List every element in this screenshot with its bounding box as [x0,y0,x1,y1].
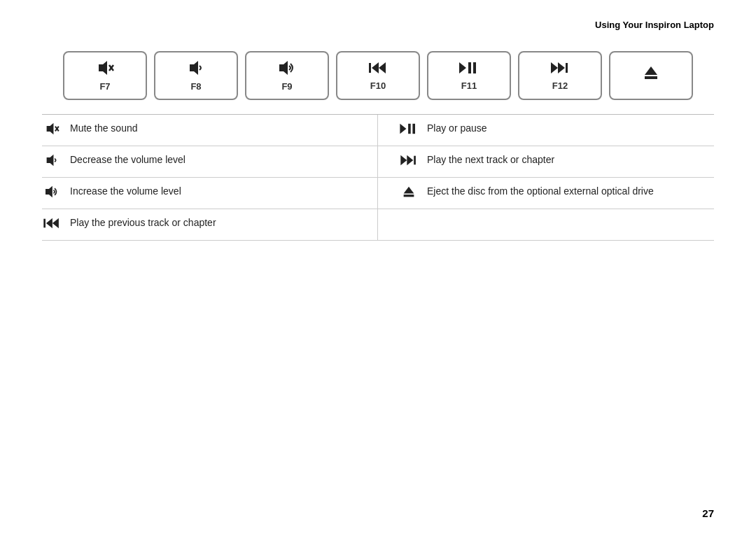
svg-marker-8 [459,62,466,73]
key-f12: F12 [518,51,602,100]
desc-mute-icon [42,122,62,139]
svg-rect-20 [408,124,411,134]
key-f12-label: F12 [552,80,568,91]
svg-marker-0 [99,61,107,75]
key-f7-label: F7 [99,81,110,92]
svg-marker-16 [47,123,54,134]
svg-marker-3 [190,61,198,75]
desc-mute: Mute the sound [42,115,378,146]
play-pause-icon [459,61,479,78]
svg-rect-13 [566,63,568,73]
svg-marker-12 [558,62,565,73]
key-f10-label: F10 [370,80,386,91]
svg-marker-31 [52,218,59,228]
svg-rect-9 [468,62,471,73]
desc-eject-icon [399,185,419,202]
key-f11-label: F11 [461,80,477,91]
svg-marker-6 [372,62,379,73]
page-header: Using Your Inspiron Laptop [0,0,756,37]
svg-marker-19 [400,124,406,134]
key-f8-label: F8 [190,81,201,92]
desc-vol-down-icon [42,154,62,170]
page-number: 27 [702,507,714,519]
desc-next-track: Play the next track or chapter [378,146,714,178]
svg-marker-14 [645,66,657,75]
svg-marker-7 [379,62,386,73]
desc-empty [378,209,714,241]
desc-vol-down: Decrease the volume level [42,146,378,178]
desc-vol-up-icon [42,185,62,202]
desc-vol-up: Increase the volume level [42,178,378,209]
key-f8: F8 [154,51,238,100]
desc-prev-track: Play the previous track or chapter [42,209,378,241]
key-f9-label: F9 [281,81,292,92]
next-track-icon [551,61,569,78]
svg-rect-5 [369,63,371,73]
desc-prev-track-icon [42,217,62,233]
svg-rect-10 [473,62,476,73]
svg-marker-26 [46,186,52,197]
key-f10: F10 [336,51,420,100]
key-f7: F7 [63,51,147,100]
vol-down-icon [187,60,205,78]
header-title: Using Your Inspiron Laptop [595,20,714,30]
svg-rect-25 [414,156,416,165]
desc-play-pause-icon [399,122,419,139]
svg-rect-29 [43,219,46,228]
key-eject [609,51,693,100]
desc-next-track-icon [399,154,419,170]
key-f9: F9 [245,51,329,100]
desc-play-pause-text: Play or pause [427,122,487,136]
eject-icon [643,65,659,83]
svg-marker-23 [400,155,407,165]
mute-icon [96,60,114,78]
svg-marker-24 [407,155,413,165]
svg-marker-4 [279,61,288,75]
svg-rect-21 [412,124,415,134]
desc-vol-up-text: Increase the volume level [70,185,181,199]
vol-up-icon [276,60,298,78]
key-f11: F11 [427,51,511,100]
keys-row: F7 F8 F9 F10 [0,37,756,114]
svg-marker-22 [47,155,54,166]
svg-rect-15 [645,76,657,79]
desc-eject: Eject the disc from the optional externa… [378,178,714,209]
svg-marker-11 [551,62,558,73]
description-table: Mute the sound Play or pause Decrease th… [42,115,714,241]
desc-play-pause: Play or pause [378,115,714,146]
desc-vol-down-text: Decrease the volume level [70,153,186,167]
svg-marker-30 [46,218,52,228]
prev-track-icon [369,61,387,78]
desc-prev-track-text: Play the previous track or chapter [70,216,216,230]
desc-mute-text: Mute the sound [70,122,138,136]
desc-next-track-text: Play the next track or chapter [427,153,554,167]
svg-rect-28 [404,195,414,197]
svg-marker-27 [404,187,414,194]
desc-eject-text: Eject the disc from the optional externa… [427,185,654,199]
